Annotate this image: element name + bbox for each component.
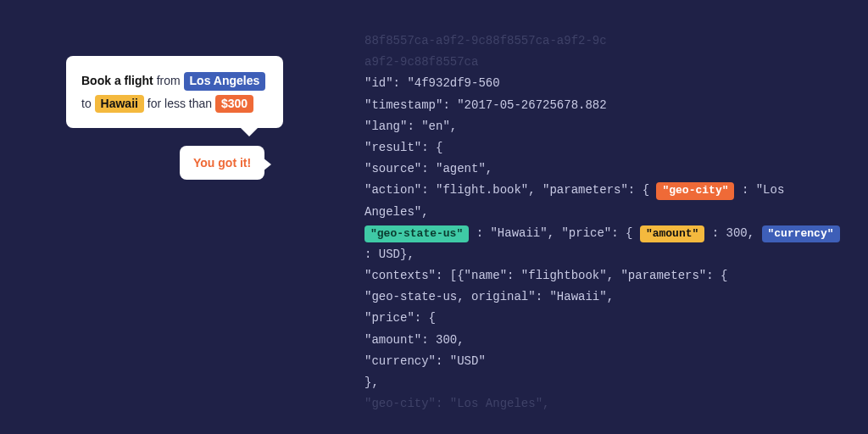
highlight-amount: "amount" <box>640 225 704 242</box>
code-line: "result": { <box>364 137 844 159</box>
user-text: to <box>81 97 95 110</box>
code-line: a9f2-9c88f8557ca <box>364 52 844 73</box>
code-line: "price, original": "$300" <box>364 415 844 419</box>
code-line: "geo-state-us, original": "Hawaii", <box>364 287 844 308</box>
code-line: "source": "agent", <box>364 159 844 180</box>
code-line: "currency": "USD" <box>364 351 844 372</box>
entity-state-pill: Hawaii <box>95 95 144 114</box>
code-line: "price": { <box>364 308 844 329</box>
code-line: "geo-city": "Los Angeles", <box>364 393 844 415</box>
code-line: "amount": 300, <box>364 330 844 351</box>
code-line: "id": "4f932df9-560 <box>364 73 844 94</box>
code-line: "action": "flight.book", "parameters": {… <box>364 180 844 222</box>
code-line: }, <box>364 372 844 393</box>
json-response-panel: 88f8557ca-a9f2-9c88f8557ca-a9f2-9c a9f2-… <box>364 31 844 419</box>
user-text: from <box>157 74 184 87</box>
bot-reply-text: You got it! <box>193 156 251 170</box>
code-line: "contexts": [{"name": "flightbook", "par… <box>364 265 844 287</box>
user-message-bubble: Book a flight from Los Angeles to Hawaii… <box>66 56 283 128</box>
highlight-geo-state: "geo-state-us" <box>364 225 469 242</box>
user-text-bold: Book a flight <box>81 74 153 87</box>
code-line: "timestamp": "2017-05-26725678.882 <box>364 95 844 116</box>
code-line: "geo-state-us" : "Hawaii", "price": { "a… <box>364 223 844 265</box>
bot-message-bubble: You got it! <box>180 146 264 180</box>
entity-amount-pill: $300 <box>215 95 253 114</box>
user-text: for less than <box>147 97 215 110</box>
highlight-geo-city: "geo-city" <box>656 182 734 199</box>
highlight-currency: "currency" <box>762 225 840 242</box>
code-line: 88f8557ca-a9f2-9c88f8557ca-a9f2-9c <box>364 31 844 52</box>
code-line: "lang": "en", <box>364 116 844 137</box>
entity-city-pill: Los Angeles <box>184 72 266 91</box>
